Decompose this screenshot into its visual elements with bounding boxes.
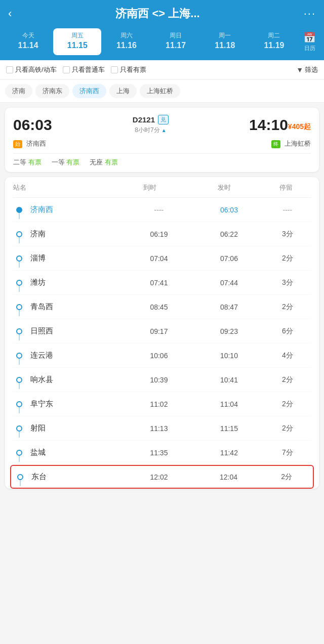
date-tab-sat[interactable]: 周六 11.16 [102, 28, 150, 55]
stop-arrive: 11:35 [124, 449, 194, 457]
stop-list-header: 站名 到时 发时 停留 [13, 177, 311, 198]
stop-indicator [13, 280, 25, 286]
stop-line [19, 407, 20, 413]
stop-row: 响水县 10:39 10:41 2分 [13, 368, 311, 392]
duration: 8小时7分 ▲ [135, 126, 166, 135]
stop-indicator [13, 425, 25, 432]
depart-time: 06:03 [13, 116, 52, 134]
checkbox-youpiao[interactable] [111, 66, 118, 73]
stop-name: 东台 [31, 472, 124, 482]
station-tab-shanghai[interactable]: 上海 [109, 84, 137, 98]
back-button[interactable]: ‹ [8, 7, 12, 20]
stop-name: 连云港 [30, 351, 124, 360]
stop-line [19, 237, 20, 243]
duration-arrow-icon: ▲ [161, 127, 167, 133]
stop-row-highlighted: 东台 12:02 12:04 2分 [10, 465, 314, 489]
stop-dot [16, 450, 22, 456]
seat-second: 二等 有票 [13, 158, 42, 167]
stop-dot [16, 425, 22, 432]
calendar-icon: 📅 [303, 31, 316, 44]
to-badge: 终 [271, 140, 280, 148]
stop-indicator [13, 304, 25, 310]
train-number: D2121 [133, 115, 155, 124]
stop-name: 盐城 [30, 448, 124, 457]
date-tab-sun[interactable]: 周日 11.17 [152, 28, 200, 55]
stop-arrive: 07:41 [124, 279, 194, 287]
filter-gaotie[interactable]: 只看高铁/动车 [6, 65, 57, 74]
stop-stay: 3分 [264, 278, 311, 287]
stop-indicator [13, 353, 25, 359]
arrive-time: 14:10 [249, 116, 288, 134]
stop-dot [16, 231, 22, 237]
stop-stay: 2分 [264, 254, 311, 263]
stop-name: 响水县 [30, 375, 124, 384]
station-tab-jinan-dong[interactable]: 济南东 [35, 84, 69, 98]
stop-row: 淄博 07:04 07:06 2分 [13, 246, 311, 271]
calendar-tab[interactable]: 📅 日历 [299, 28, 320, 55]
stop-indicator [14, 474, 26, 480]
date-tab-tue[interactable]: 周二 11.19 [250, 28, 298, 55]
stop-name: 济南西 [30, 205, 124, 214]
stop-name: 阜宁东 [30, 399, 124, 409]
stop-depart: 11:04 [194, 400, 264, 408]
stop-line [20, 480, 21, 486]
stop-line [19, 213, 20, 219]
from-station: 始 济南西 [13, 139, 46, 148]
stop-arrive: 07:04 [124, 254, 194, 263]
stop-line [19, 286, 20, 292]
stop-stay: 3分 [264, 230, 311, 239]
stop-dot [16, 377, 22, 383]
filter-button[interactable]: ▼ 筛选 [296, 65, 318, 74]
stop-indicator [13, 255, 25, 262]
stop-line [19, 262, 20, 268]
stop-stay: 2分 [264, 424, 311, 433]
stop-name: 淄博 [30, 253, 124, 263]
to-station-name: 上海虹桥 [285, 140, 311, 147]
stop-indicator [13, 377, 25, 383]
stop-row: 济南西 ---- 06:03 ---- [13, 198, 311, 222]
filter-row: 只看高铁/动车 只看普通车 只看有票 ▼ 筛选 [0, 60, 324, 80]
stop-stay: 6分 [264, 327, 311, 336]
station-tab-jinan-xi[interactable]: 济南西 [72, 84, 106, 98]
stop-row: 潍坊 07:41 07:44 3分 [13, 271, 311, 295]
stop-depart: 07:06 [194, 254, 264, 263]
stop-depart: 10:10 [194, 352, 264, 360]
stop-depart: 11:42 [194, 449, 264, 457]
stop-name: 射阳 [30, 423, 124, 433]
stop-dot [16, 328, 22, 334]
stop-arrive: 10:06 [124, 352, 194, 360]
filter-youpiao[interactable]: 只看有票 [111, 65, 146, 74]
stop-row: 日照西 09:17 09:23 6分 [13, 319, 311, 344]
stop-indicator [13, 450, 25, 456]
stop-dot [16, 353, 22, 359]
filter-putong[interactable]: 只看普通车 [63, 65, 105, 74]
stop-row: 青岛西 08:45 08:47 2分 [13, 295, 311, 319]
checkbox-putong[interactable] [63, 66, 70, 73]
seat-first: 一等 有票 [52, 158, 80, 167]
filter-icon: ▼ [296, 66, 303, 74]
stop-dot [16, 401, 22, 407]
more-button[interactable]: ··· [304, 7, 316, 20]
checkbox-gaotie[interactable] [6, 66, 13, 73]
stop-stay: 7分 [264, 448, 311, 457]
stop-indicator [13, 328, 25, 334]
seat-noseat: 无座 有票 [90, 158, 118, 167]
stop-row: 连云港 10:06 10:10 4分 [13, 344, 311, 368]
stop-stay: 4分 [264, 351, 311, 360]
stop-row: 阜宁东 11:02 11:04 2分 [13, 392, 311, 416]
stop-arrive: 11:02 [124, 400, 194, 408]
train-badge: 兑 [158, 115, 169, 124]
station-tab-jinan[interactable]: 济南 [5, 84, 32, 98]
stop-list-inner: 济南西 ---- 06:03 ---- 济南 06:19 06:22 3分 淄博… [13, 198, 311, 489]
stop-stay: 2分 [263, 473, 310, 482]
stop-depart: 10:41 [194, 376, 264, 384]
seat-row: 二等 有票 一等 有票 无座 有票 [13, 153, 311, 167]
date-tab-fri[interactable]: 周五 11.15 [53, 28, 101, 55]
station-tab-shanghai-hongqiao[interactable]: 上海虹桥 [140, 84, 180, 98]
date-tab-today[interactable]: 今天 11.14 [4, 28, 52, 55]
stop-dot [16, 207, 22, 213]
date-tab-mon[interactable]: 周一 11.18 [201, 28, 249, 55]
price: ¥405起 [288, 118, 311, 132]
stop-line [19, 432, 20, 438]
train-stations: 始 济南西 终 上海虹桥 [13, 139, 311, 148]
